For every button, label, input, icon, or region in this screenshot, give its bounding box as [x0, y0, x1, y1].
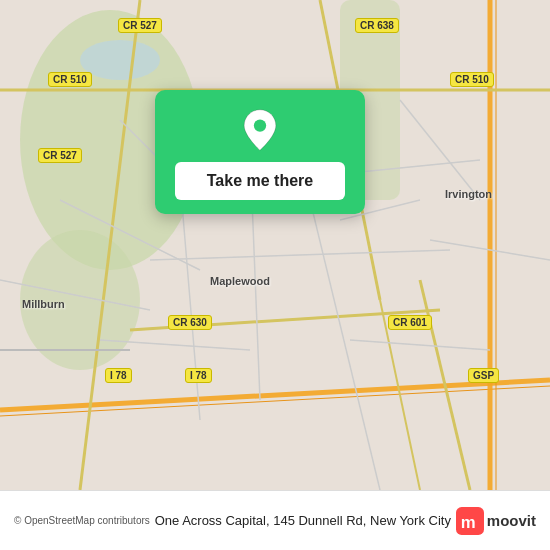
road-label-cr527-top: CR 527	[118, 18, 162, 33]
road-label-cr527-mid: CR 527	[38, 148, 82, 163]
map-container: CR 527 CR 638 CR 510 CR 510 CR 527 638 C…	[0, 0, 550, 490]
moovit-text: moovit	[487, 512, 536, 529]
openstreetmap-credit: © OpenStreetMap contributors	[14, 515, 150, 526]
road-label-cr630: CR 630	[168, 315, 212, 330]
bottom-address: One Across Capital, 145 Dunnell Rd, New …	[150, 513, 456, 528]
road-label-cr638-top: CR 638	[355, 18, 399, 33]
svg-point-4	[80, 40, 160, 80]
moovit-logo: m moovit	[456, 507, 536, 535]
pin-icon	[238, 108, 282, 152]
road-label-i78-left: I 78	[105, 368, 132, 383]
road-label-gsp: GSP	[468, 368, 499, 383]
road-label-cr510-right: CR 510	[450, 72, 494, 87]
svg-point-30	[254, 119, 266, 131]
place-label-irvington: Irvington	[445, 188, 492, 200]
take-me-there-button[interactable]: Take me there	[175, 162, 345, 200]
place-label-maplewood: Maplewood	[210, 275, 270, 287]
bottom-bar: © OpenStreetMap contributors One Across …	[0, 490, 550, 550]
location-card: Take me there	[155, 90, 365, 214]
svg-text:m: m	[460, 512, 475, 531]
road-label-i78-right: I 78	[185, 368, 212, 383]
place-label-millburn: Millburn	[22, 298, 65, 310]
moovit-logo-icon: m	[456, 507, 484, 535]
road-label-cr510-left: CR 510	[48, 72, 92, 87]
road-label-cr601: CR 601	[388, 315, 432, 330]
